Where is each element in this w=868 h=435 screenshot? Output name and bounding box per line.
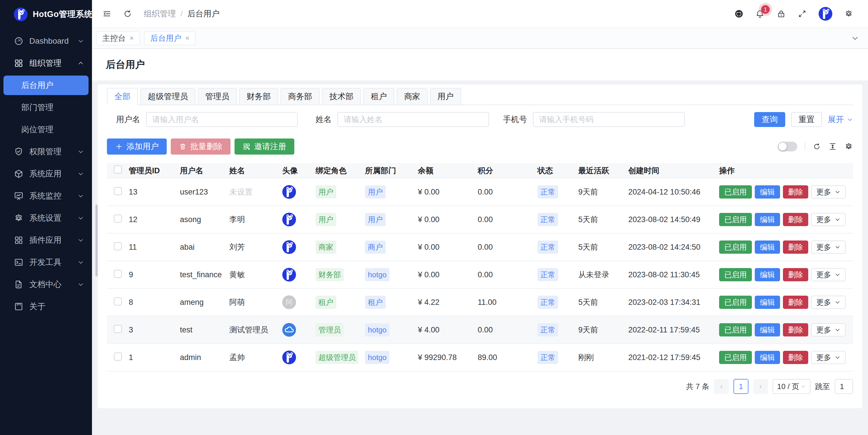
sidebar-item-0[interactable]: Dashboard [0, 30, 92, 52]
filter-input-2[interactable]: 请输入手机号码 [533, 112, 685, 127]
more-button[interactable]: 更多 [811, 213, 845, 226]
sidebar-item-5[interactable]: 权限管理 [0, 141, 92, 163]
close-icon[interactable]: × [185, 35, 189, 42]
row-checkbox[interactable] [114, 242, 122, 250]
table-density-toggle[interactable] [778, 142, 797, 151]
cell-points: 89.00 [471, 344, 531, 371]
row-checkbox[interactable] [114, 298, 122, 305]
enabled-button[interactable]: 已启用 [719, 268, 752, 281]
edit-button[interactable]: 编辑 [755, 213, 780, 226]
role-tab-技术部[interactable]: 技术部 [322, 88, 361, 105]
row-checkbox[interactable] [114, 187, 122, 195]
sidebar-item-4[interactable]: 岗位管理 [3, 120, 89, 139]
settings-gear-icon[interactable] [844, 9, 853, 18]
next-page-button[interactable]: › [753, 379, 768, 394]
edit-button[interactable]: 编辑 [755, 268, 780, 281]
search-button[interactable]: 查询 [754, 112, 785, 127]
edit-button[interactable]: 编辑 [755, 351, 780, 364]
delete-button[interactable]: 删除 [783, 241, 808, 254]
edit-button[interactable]: 编辑 [755, 323, 780, 337]
current-page-button[interactable]: 1 [734, 379, 748, 394]
lock-icon[interactable] [777, 9, 786, 19]
enabled-button[interactable]: 已启用 [719, 241, 752, 254]
role-tab-商家[interactable]: 商家 [397, 88, 428, 105]
role-tab-租户[interactable]: 租户 [363, 88, 394, 105]
sidebar-item-1[interactable]: 组织管理 [0, 52, 92, 74]
cell-id: 3 [122, 316, 173, 344]
jump-page-input[interactable]: 1 [835, 379, 853, 394]
sidebar-item-11[interactable]: 文档中心 [0, 273, 92, 296]
delete-button[interactable]: 删除 [783, 351, 808, 364]
notification-bell-icon[interactable]: 1 [755, 9, 765, 19]
role-tab-商务部[interactable]: 商务部 [281, 88, 320, 105]
role-tab-超级管理员[interactable]: 超级管理员 [140, 88, 195, 105]
sidebar-item-3[interactable]: 部门管理 [3, 98, 89, 117]
more-button[interactable]: 更多 [811, 241, 845, 254]
prev-page-button[interactable]: ‹ [714, 379, 729, 394]
table-refresh-icon[interactable] [813, 143, 821, 151]
scrollbar-thumb[interactable] [95, 205, 98, 276]
fullscreen-icon[interactable] [798, 9, 806, 18]
row-checkbox[interactable] [114, 215, 122, 223]
close-icon[interactable]: × [130, 35, 134, 42]
sidebar-item-9[interactable]: 插件应用 [0, 229, 92, 251]
select-all-checkbox[interactable] [114, 165, 122, 174]
enabled-button[interactable]: 已启用 [719, 185, 752, 198]
role-tab-全部[interactable]: 全部 [107, 88, 138, 105]
enabled-button[interactable]: 已启用 [719, 213, 752, 226]
breadcrumb: 组织管理 / 后台用户 [144, 8, 220, 19]
github-icon[interactable] [735, 9, 743, 18]
role-tab-管理员[interactable]: 管理员 [198, 88, 237, 105]
enabled-button[interactable]: 已启用 [719, 296, 752, 309]
sidebar-item-7[interactable]: 系统监控 [0, 185, 92, 207]
more-button[interactable]: 更多 [811, 351, 845, 364]
delete-button[interactable]: 删除 [783, 213, 808, 226]
role-tab-财务部[interactable]: 财务部 [239, 88, 278, 105]
batch-delete-button[interactable]: 批量删除 [171, 138, 230, 155]
row-checkbox[interactable] [114, 352, 122, 361]
add-user-button[interactable]: 添加用户 [107, 138, 167, 155]
sidebar-item-label: 系统监控 [29, 190, 62, 201]
chevron-down-icon [78, 38, 84, 44]
more-button[interactable]: 更多 [811, 296, 845, 309]
row-checkbox[interactable] [114, 270, 122, 278]
table-settings-gear-icon[interactable] [844, 142, 853, 151]
sidebar-item-2[interactable]: 后台用户 [3, 75, 89, 95]
page-tab-0[interactable]: 主控台× [96, 31, 140, 45]
row-height-icon[interactable] [828, 142, 837, 151]
menu-fold-icon[interactable] [102, 9, 112, 19]
plugin-grid-icon [14, 235, 24, 245]
enabled-button[interactable]: 已启用 [719, 323, 752, 337]
edit-button[interactable]: 编辑 [755, 296, 780, 309]
sidebar-item-12[interactable]: 关于 [0, 296, 92, 317]
sidebar-item-8[interactable]: 系统设置 [0, 207, 92, 229]
more-button[interactable]: 更多 [811, 323, 845, 337]
edit-button[interactable]: 编辑 [755, 241, 780, 254]
more-button[interactable]: 更多 [811, 268, 845, 281]
more-button[interactable]: 更多 [811, 185, 845, 198]
tabbar-chevron-down-icon[interactable] [851, 34, 859, 42]
page-tab-1[interactable]: 后台用户× [144, 31, 196, 45]
role-tab-用户[interactable]: 用户 [430, 88, 461, 105]
sidebar-item-10[interactable]: 开发工具 [0, 251, 92, 273]
filter-input-1[interactable]: 请输入姓名 [337, 112, 489, 127]
filter-input-0[interactable]: 请输入用户名 [146, 112, 298, 127]
cell-id: 8 [122, 288, 173, 316]
cell-balance: ¥ 0.00 [411, 261, 471, 288]
sidebar-item-6[interactable]: 系统应用 [0, 163, 92, 185]
user-avatar[interactable] [818, 7, 832, 21]
about-icon [14, 302, 24, 311]
refresh-icon[interactable] [123, 9, 132, 19]
reset-button[interactable]: 重置 [791, 112, 822, 127]
delete-button[interactable]: 删除 [783, 323, 808, 337]
delete-button[interactable]: 删除 [783, 268, 808, 281]
row-checkbox[interactable] [114, 325, 122, 333]
enabled-button[interactable]: 已启用 [719, 351, 752, 364]
delete-button[interactable]: 删除 [783, 185, 808, 198]
edit-button[interactable]: 编辑 [755, 185, 780, 198]
expand-toggle[interactable]: 展开 [828, 114, 853, 125]
breadcrumb-parent[interactable]: 组织管理 [144, 8, 176, 19]
invite-register-button[interactable]: 邀请注册 [235, 138, 294, 155]
page-size-select[interactable]: 10 / 页 [773, 379, 810, 394]
delete-button[interactable]: 删除 [783, 296, 808, 309]
